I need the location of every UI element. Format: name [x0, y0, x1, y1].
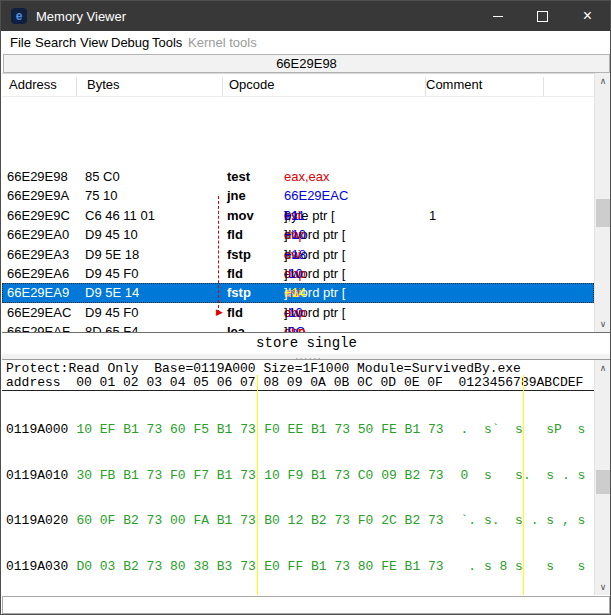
- window-title: Memory Viewer: [36, 9, 126, 24]
- column-divider: [543, 77, 544, 97]
- row-address: 66E29E9C: [7, 206, 70, 225]
- scroll-up-icon[interactable]: ∧: [595, 360, 611, 376]
- disasm-row[interactable]: 66E29E9C C6 46 11 01 mov byte ptr [esi+1…: [2, 206, 594, 225]
- region-info: Protect:Read Only Base=0119A000 Size=1F1…: [6, 361, 521, 376]
- row-address: 66E29EAC: [7, 303, 71, 322]
- hex-scroll-thumb[interactable]: [596, 470, 610, 494]
- row-bytes: 85 C0: [85, 167, 120, 186]
- disassembler-panel: Address Bytes Opcode Comment 66E29E98 85…: [2, 73, 594, 332]
- row-mnemonic: fld: [227, 303, 243, 322]
- row-bytes: D9 45 F0: [85, 264, 138, 283]
- row-bytes: D9 45 F0: [85, 303, 138, 322]
- column-bytes[interactable]: Bytes: [87, 77, 120, 92]
- row-address: 66E29EA9: [7, 283, 69, 302]
- row-address: 66E29EAF: [7, 322, 70, 332]
- hex-view-panel: Protect:Read Only Base=0119A000 Size=1F1…: [2, 360, 594, 595]
- row-bytes: C6 46 11 01: [85, 206, 155, 225]
- row-mnemonic: fld: [227, 264, 243, 283]
- disasm-row[interactable]: ▶ 66E29EAC D9 45 F0 fld dword ptr [ebp-1…: [2, 303, 594, 322]
- disasm-row[interactable]: 66E29EAF 8D 65 F4 lea esp,[ebp-0C]: [2, 322, 594, 332]
- hex-column-marker: [257, 375, 258, 595]
- row-address: 66E29E9A: [7, 186, 69, 205]
- menu-search[interactable]: Search: [35, 34, 76, 52]
- disasm-row[interactable]: 66E29EA0 D9 45 10 fld dword ptr [ebp+10]: [2, 225, 594, 244]
- disasm-row[interactable]: 66E29E98 85 C0 test eax,eax: [2, 167, 594, 186]
- minimize-button[interactable]: [475, 1, 520, 31]
- menu-tools[interactable]: Tools: [152, 34, 182, 52]
- row-comment: 1: [429, 206, 436, 225]
- scroll-up-icon[interactable]: ∧: [595, 73, 611, 89]
- hex-scrollbar[interactable]: ∧ ∨: [594, 360, 611, 595]
- row-mnemonic: fld: [227, 225, 243, 244]
- disasm-row[interactable]: 66E29EA6 D9 45 F0 fld dword ptr [ebp-10]: [2, 264, 594, 283]
- menu-bar: File Search View Debug Tools Kernel tool…: [1, 31, 610, 54]
- scroll-down-icon[interactable]: ∨: [595, 316, 611, 332]
- memory-viewer-window: e Memory Viewer × File Search View Debug…: [0, 0, 611, 615]
- column-divider: [222, 77, 223, 97]
- disasm-row-selected[interactable]: 66E29EA9 D9 5E 14 fstp dword ptr [esi+14…: [2, 283, 594, 302]
- row-mnemonic: jne: [227, 186, 246, 205]
- menu-file[interactable]: File: [10, 34, 31, 52]
- app-icon: e: [11, 8, 27, 24]
- hex-row[interactable]: 0119A02060 0F B2 73 00 FA B1 73B0 12 B2 …: [2, 513, 594, 529]
- row-mnemonic: lea: [227, 322, 245, 332]
- ascii-column-marker: [523, 375, 524, 595]
- row-bytes: 8D 65 F4: [85, 322, 138, 332]
- column-comment[interactable]: Comment: [426, 77, 482, 92]
- row-address: 66E29EA3: [7, 245, 69, 264]
- column-divider: [425, 77, 426, 97]
- title-bar: e Memory Viewer ×: [1, 1, 610, 31]
- close-icon: ×: [583, 8, 592, 24]
- column-opcode[interactable]: Opcode: [229, 77, 275, 92]
- row-bytes: D9 5E 18: [85, 245, 139, 264]
- minimize-icon: [493, 16, 503, 17]
- close-button[interactable]: ×: [565, 1, 610, 31]
- row-mnemonic: mov: [227, 206, 254, 225]
- menu-view[interactable]: View: [80, 34, 108, 52]
- column-address[interactable]: Address: [9, 77, 57, 92]
- hex-row[interactable]: 0119A00010 EF B1 73 60 F5 B1 73F0 EE B1 …: [2, 422, 594, 438]
- maximize-icon: [537, 11, 548, 22]
- disasm-scrollbar[interactable]: ∧ ∨: [594, 73, 611, 332]
- row-mnemonic: test: [227, 167, 250, 186]
- menu-debug[interactable]: Debug: [111, 34, 149, 52]
- disassembler-header: Address Bytes Opcode Comment: [2, 73, 594, 97]
- column-divider: [76, 77, 77, 97]
- row-bytes: 75 10: [85, 186, 118, 205]
- address-input[interactable]: 66E29E98: [3, 54, 610, 73]
- jump-line: [218, 196, 219, 313]
- row-bytes: D9 5E 14: [85, 283, 139, 302]
- row-address: 66E29EA0: [7, 225, 69, 244]
- row-mnemonic: fstp: [227, 283, 251, 302]
- menu-kernel-tools: Kernel tools: [188, 34, 257, 52]
- maximize-button[interactable]: [520, 1, 565, 31]
- row-address: 66E29E98: [7, 167, 68, 186]
- row-address: 66E29EA6: [7, 264, 69, 283]
- disasm-row[interactable]: 66E29E9A 75 10 jne 66E29EAC: [2, 186, 594, 205]
- scroll-down-icon[interactable]: ∨: [595, 579, 611, 595]
- hex-rows: 0119A00010 EF B1 73 60 F5 B1 73F0 EE B1 …: [2, 392, 594, 595]
- bottom-status-strip: [2, 596, 610, 614]
- hex-row[interactable]: 0119A01030 FB B1 73 F0 F7 B1 7310 F9 B1 …: [2, 468, 594, 484]
- hex-header: address 00 01 02 03 04 05 06 07 08 09 0A…: [2, 375, 594, 391]
- row-mnemonic: fstp: [227, 245, 251, 264]
- row-bytes: D9 45 10: [85, 225, 138, 244]
- hex-row[interactable]: 0119A030D0 03 B2 73 80 38 B3 73E0 FF B1 …: [2, 559, 594, 575]
- disasm-row[interactable]: 66E29EA3 D9 5E 18 fstp dword ptr [esi+18…: [2, 245, 594, 264]
- hex-header-line: address 00 01 02 03 04 05 06 07 08 09 0A…: [6, 375, 583, 390]
- disasm-scroll-thumb[interactable]: [596, 199, 610, 227]
